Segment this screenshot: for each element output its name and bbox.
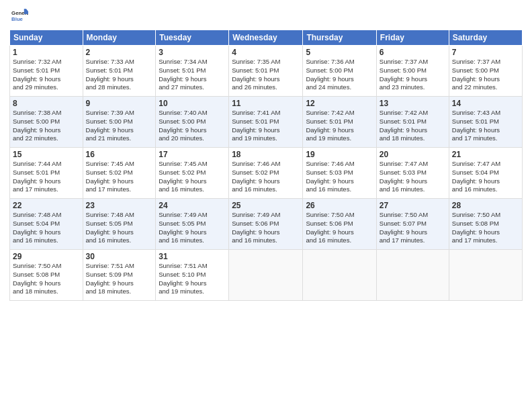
logo: General Blue <box>9 7 28 26</box>
day-info: Daylight: 9 hours <box>380 228 446 237</box>
day-info: Sunrise: 7:50 AM <box>13 262 80 271</box>
day-cell <box>449 250 522 301</box>
day-info: Daylight: 9 hours <box>86 126 153 135</box>
day-info: and 17 minutes. <box>13 185 80 194</box>
day-info: and 29 minutes. <box>13 83 80 92</box>
day-cell <box>229 250 303 301</box>
day-info: Daylight: 9 hours <box>159 177 226 186</box>
day-info: and 17 minutes. <box>380 236 446 245</box>
day-info: Sunrise: 7:46 AM <box>306 160 373 169</box>
day-cell: 20Sunrise: 7:47 AMSunset: 5:03 PMDayligh… <box>376 148 449 199</box>
day-info: and 21 minutes. <box>86 134 153 143</box>
header: General Blue <box>9 7 523 26</box>
day-cell <box>376 250 449 301</box>
day-info: Sunrise: 7:45 AM <box>86 160 153 169</box>
day-info: Sunset: 5:05 PM <box>159 220 226 228</box>
day-info: Sunset: 5:01 PM <box>86 66 153 75</box>
day-info: Sunrise: 7:48 AM <box>86 211 153 220</box>
day-info: Daylight: 9 hours <box>452 228 519 237</box>
day-info: Daylight: 9 hours <box>13 279 80 288</box>
day-number: 30 <box>86 252 153 261</box>
day-cell: 14Sunrise: 7:43 AMSunset: 5:01 PMDayligh… <box>449 97 522 148</box>
day-info: Sunrise: 7:33 AM <box>86 58 153 66</box>
day-number: 17 <box>159 150 226 159</box>
day-info: Daylight: 9 hours <box>86 177 153 186</box>
day-info: and 27 minutes. <box>159 83 226 92</box>
day-cell: 2Sunrise: 7:33 AMSunset: 5:01 PMDaylight… <box>83 46 156 97</box>
day-info: Daylight: 9 hours <box>452 75 519 84</box>
day-info: Sunset: 5:07 PM <box>380 220 446 228</box>
day-info: Sunrise: 7:50 AM <box>306 211 373 220</box>
day-info: Sunrise: 7:42 AM <box>380 109 446 118</box>
day-info: Sunrise: 7:47 AM <box>452 160 519 169</box>
day-info: and 16 minutes. <box>380 185 446 194</box>
day-header-monday: Monday <box>83 30 156 46</box>
day-number: 20 <box>380 150 446 159</box>
day-number: 27 <box>380 201 446 210</box>
day-number: 28 <box>452 201 519 210</box>
day-cell: 30Sunrise: 7:51 AMSunset: 5:09 PMDayligh… <box>83 250 156 301</box>
day-info: Sunrise: 7:40 AM <box>159 109 226 118</box>
week-row-5: 29Sunrise: 7:50 AMSunset: 5:08 PMDayligh… <box>10 250 523 301</box>
week-row-2: 8Sunrise: 7:38 AMSunset: 5:00 PMDaylight… <box>10 97 523 148</box>
day-number: 21 <box>452 150 519 159</box>
day-info: Sunset: 5:00 PM <box>452 66 519 75</box>
day-cell <box>303 250 376 301</box>
day-cell: 24Sunrise: 7:49 AMSunset: 5:05 PMDayligh… <box>156 199 229 250</box>
calendar-table: SundayMondayTuesdayWednesdayThursdayFrid… <box>9 30 523 301</box>
day-info: Sunset: 5:00 PM <box>306 66 373 75</box>
day-info: Sunrise: 7:34 AM <box>159 58 226 66</box>
day-info: Sunrise: 7:36 AM <box>306 58 373 66</box>
day-number: 19 <box>306 150 373 159</box>
day-info: Daylight: 9 hours <box>306 228 373 237</box>
week-row-4: 22Sunrise: 7:48 AMSunset: 5:04 PMDayligh… <box>10 199 523 250</box>
day-number: 29 <box>13 252 80 261</box>
day-number: 9 <box>86 99 153 108</box>
svg-text:Blue: Blue <box>11 16 24 22</box>
day-cell: 5Sunrise: 7:36 AMSunset: 5:00 PMDaylight… <box>303 46 376 97</box>
day-info: Sunrise: 7:50 AM <box>380 211 446 220</box>
day-info: Sunset: 5:09 PM <box>86 271 153 279</box>
day-cell: 29Sunrise: 7:50 AMSunset: 5:08 PMDayligh… <box>10 250 83 301</box>
day-info: Sunset: 5:00 PM <box>13 118 80 126</box>
day-info: and 19 minutes. <box>159 287 226 296</box>
day-number: 3 <box>159 48 226 57</box>
day-info: Daylight: 9 hours <box>159 75 226 84</box>
day-info: Sunrise: 7:49 AM <box>232 211 300 220</box>
calendar-header-row: SundayMondayTuesdayWednesdayThursdayFrid… <box>10 30 523 46</box>
day-cell: 22Sunrise: 7:48 AMSunset: 5:04 PMDayligh… <box>10 199 83 250</box>
day-number: 1 <box>13 48 80 57</box>
day-number: 7 <box>452 48 519 57</box>
day-number: 23 <box>86 201 153 210</box>
day-info: Sunset: 5:04 PM <box>13 220 80 228</box>
day-info: Sunset: 5:01 PM <box>306 118 373 126</box>
logo-icon: General Blue <box>9 7 28 26</box>
day-info: Sunrise: 7:37 AM <box>452 58 519 66</box>
day-info: Daylight: 9 hours <box>380 177 446 186</box>
day-header-friday: Friday <box>376 30 449 46</box>
day-info: Daylight: 9 hours <box>452 126 519 135</box>
day-info: Sunset: 5:04 PM <box>452 169 519 177</box>
day-info: Sunrise: 7:41 AM <box>232 109 300 118</box>
day-info: and 16 minutes. <box>452 185 519 194</box>
day-info: Sunset: 5:01 PM <box>380 118 446 126</box>
day-cell: 26Sunrise: 7:50 AMSunset: 5:06 PMDayligh… <box>303 199 376 250</box>
day-info: Daylight: 9 hours <box>306 177 373 186</box>
day-info: Sunset: 5:01 PM <box>232 66 300 75</box>
day-number: 10 <box>159 99 226 108</box>
day-info: Sunset: 5:01 PM <box>452 118 519 126</box>
day-cell: 28Sunrise: 7:50 AMSunset: 5:08 PMDayligh… <box>449 199 522 250</box>
day-number: 5 <box>306 48 373 57</box>
day-info: Daylight: 9 hours <box>13 126 80 135</box>
day-info: Daylight: 9 hours <box>452 177 519 186</box>
day-info: and 22 minutes. <box>13 134 80 143</box>
day-cell: 9Sunrise: 7:39 AMSunset: 5:00 PMDaylight… <box>83 97 156 148</box>
day-number: 14 <box>452 99 519 108</box>
day-info: and 23 minutes. <box>380 83 446 92</box>
day-cell: 23Sunrise: 7:48 AMSunset: 5:05 PMDayligh… <box>83 199 156 250</box>
day-info: Sunset: 5:00 PM <box>159 118 226 126</box>
day-cell: 25Sunrise: 7:49 AMSunset: 5:06 PMDayligh… <box>229 199 303 250</box>
day-number: 31 <box>159 252 226 261</box>
day-info: Daylight: 9 hours <box>159 279 226 288</box>
day-info: and 16 minutes. <box>306 236 373 245</box>
